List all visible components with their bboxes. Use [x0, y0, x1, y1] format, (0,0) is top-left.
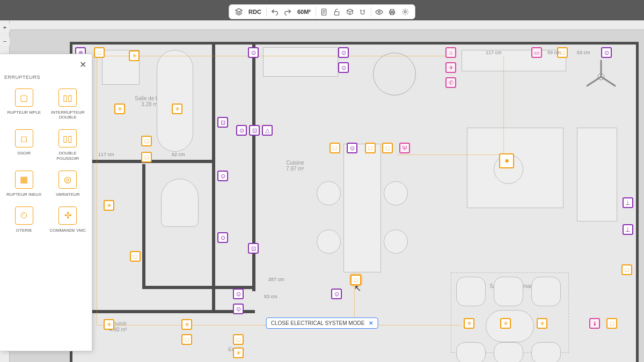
symbol-phone[interactable]: ✆ [445, 77, 456, 88]
redo-icon[interactable] [281, 5, 294, 18]
symbol-tv[interactable]: ▭ [531, 47, 542, 58]
symbol-pendant[interactable]: ✹ [499, 153, 514, 168]
symbol-outlet[interactable]: ⊙ [338, 62, 349, 73]
symbol-light[interactable]: ✳ [537, 318, 547, 329]
symbol-light[interactable]: ✳ [233, 348, 244, 358]
symbol-outlet[interactable]: ⊥ [623, 197, 633, 208]
panel-item-interrupteur-simple[interactable]: ▢ RUPTEUR MPLE [4, 88, 44, 120]
floorplan-canvas[interactable]: Salle de bain 3.28 m² W.C. 1.26 m² Cuisi… [0, 20, 644, 362]
fixture-kitchen-sink [263, 47, 338, 77]
zoom-out-icon[interactable]: − [0, 36, 10, 46]
symbol-switch[interactable]: □ [94, 47, 105, 58]
cube-icon[interactable] [343, 5, 356, 18]
fixture-island [343, 144, 381, 272]
symbol-light[interactable]: ✳ [129, 50, 140, 61]
symbol-outlet[interactable]: ⊙ [248, 47, 259, 58]
fixture-chair [456, 342, 486, 362]
symbol-outlet[interactable]: ⊡ [248, 243, 259, 254]
area-label: 60M² [294, 9, 314, 15]
dimension: 63 cm [577, 50, 590, 55]
symbol-switch-selected[interactable]: □ [350, 275, 361, 285]
symbol-outlet[interactable]: ⊡ [249, 125, 260, 136]
wall [142, 164, 145, 287]
document-icon[interactable] [318, 5, 331, 18]
unlock-icon[interactable] [331, 5, 343, 18]
panel-item-label: COMMANDE VMC [49, 228, 86, 233]
symbol-usb[interactable]: Ψ [399, 143, 410, 153]
symbol-phone[interactable]: ✈ [445, 62, 456, 73]
wire [97, 56, 97, 324]
symbol-outlet[interactable]: ⊙ [233, 289, 244, 299]
symbol-outlet[interactable]: ⊙ [217, 171, 228, 181]
symbol-switch[interactable]: □ [141, 152, 152, 162]
symbol-outlet[interactable]: ⊙ [331, 289, 342, 299]
symbol-light[interactable]: ✳ [104, 200, 114, 211]
push-double-icon: ▯▯ [58, 129, 77, 147]
gear-icon[interactable] [399, 5, 412, 18]
symbol-alarm[interactable]: ⌂ [445, 47, 456, 58]
magnet-icon[interactable] [356, 5, 369, 18]
panel-item-minuterie[interactable]: ⏲ OTERIE [4, 206, 44, 233]
symbol-thermostat[interactable]: 🌡 [589, 318, 600, 329]
undo-icon[interactable] [268, 5, 281, 18]
symbol-switch[interactable]: □ [621, 264, 632, 275]
fixture-stool [317, 230, 341, 254]
symbol-outlet[interactable]: ⊙ [347, 143, 357, 153]
switch-light-icon: ▦ [15, 171, 33, 189]
symbol-switch[interactable]: □ [130, 251, 141, 262]
panel-item-variateur[interactable]: ◎ VARIATEUR [48, 171, 88, 197]
panel-item-double-poussoir[interactable]: ▯▯ DOUBLE POUSSOIR [48, 129, 88, 160]
symbol-outlet[interactable]: ⊡ [217, 117, 228, 128]
symbol-switch[interactable]: □ [181, 334, 192, 345]
symbol-switch[interactable]: □ [365, 143, 376, 153]
eye-icon[interactable] [373, 5, 386, 18]
symbol-light[interactable]: ✳ [104, 319, 114, 330]
symbol-switch[interactable]: □ [141, 136, 152, 146]
symbol-outlet[interactable]: ⊙ [601, 47, 612, 58]
symbol-outlet[interactable]: ⊙ [338, 47, 349, 58]
symbol-outlet[interactable]: ⊥ [623, 224, 633, 235]
separator [371, 7, 371, 17]
panel-item-interrupteur-lumineux[interactable]: ▦ RUPTEUR INEUX [4, 171, 44, 197]
symbol-hood[interactable]: △ [262, 125, 273, 136]
close-icon[interactable]: ✕ [79, 60, 86, 70]
symbol-switch[interactable]: □ [330, 143, 340, 153]
symbol-switch[interactable]: □ [233, 334, 244, 345]
fixture-bathtub [157, 50, 193, 152]
panel-item-interrupteur-double[interactable]: ▯▯ INTERRUPTEUR DOUBLE [48, 88, 88, 120]
dimension: 59 cm [547, 50, 561, 55]
floor-label[interactable]: RDC [245, 9, 265, 15]
close-mode-button[interactable]: CLOSE ELECTRICAL SYSTEM MODE ✕ [266, 317, 378, 329]
symbol-light[interactable]: ✳ [181, 319, 192, 330]
zoom-in-icon[interactable]: + [0, 23, 10, 32]
fixture-stool [384, 181, 408, 205]
symbol-light[interactable]: ✳ [172, 104, 182, 114]
ruler-horizontal [0, 20, 644, 30]
layers-icon[interactable] [232, 5, 245, 18]
wall [72, 310, 255, 313]
left-column: + − [0, 20, 12, 46]
fixture-plant [373, 53, 416, 95]
symbol-light[interactable]: ✳ [464, 318, 474, 329]
symbol-outlet[interactable]: ⊙ [236, 125, 247, 136]
fixture-chair [531, 277, 561, 306]
panel-section-title: ERRUPTEURS [4, 75, 86, 80]
separator [316, 7, 316, 17]
fan-control-icon: ✣ [58, 206, 77, 225]
close-icon[interactable]: ✕ [369, 320, 373, 326]
svg-rect-1 [335, 11, 339, 15]
symbol-light[interactable]: ✳ [114, 104, 125, 114]
symbol-switch[interactable]: □ [606, 318, 617, 329]
symbol-switch[interactable]: □ [382, 143, 393, 153]
svg-point-2 [378, 11, 380, 13]
symbol-light[interactable]: ✳ [500, 318, 511, 329]
fixture-sofa [577, 128, 617, 221]
panel-item-label: RUPTEUR INEUX [6, 192, 41, 197]
symbol-outlet[interactable]: ⊙ [233, 304, 244, 314]
print-icon[interactable] [386, 5, 399, 18]
fixture-stool [317, 181, 341, 205]
svg-point-6 [404, 11, 406, 13]
panel-item-poussoir[interactable]: ◻ SSOIR [4, 129, 44, 160]
panel-item-commande-vmc[interactable]: ✣ COMMANDE VMC [48, 206, 88, 233]
symbol-outlet[interactable]: ⊙ [217, 232, 228, 243]
